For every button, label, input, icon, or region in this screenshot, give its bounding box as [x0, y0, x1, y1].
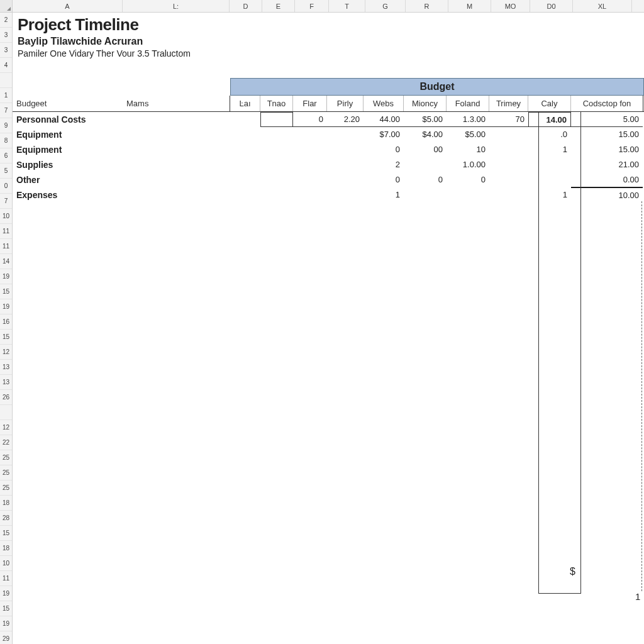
column-header[interactable]: MO — [491, 0, 530, 12]
cell[interactable] — [447, 187, 489, 203]
cell[interactable]: 15.00 — [571, 127, 643, 142]
cell[interactable] — [230, 172, 260, 187]
column-header[interactable]: A — [13, 0, 123, 12]
cell[interactable]: 1 — [364, 187, 404, 203]
row-header[interactable]: 16 — [0, 314, 12, 330]
cell[interactable] — [260, 142, 293, 157]
cell[interactable] — [327, 127, 364, 142]
cell[interactable] — [260, 112, 293, 127]
column-header[interactable]: F — [295, 0, 329, 12]
column-header[interactable]: M — [448, 0, 491, 12]
cell[interactable]: 00 — [404, 142, 447, 157]
cell[interactable]: 10 — [447, 142, 489, 157]
cell[interactable] — [327, 142, 364, 157]
column-header[interactable]: G — [365, 0, 406, 12]
row-header[interactable]: 10 — [0, 556, 12, 571]
cell[interactable]: 1.3.00 — [447, 112, 489, 127]
cell[interactable] — [489, 172, 528, 187]
column-header[interactable]: D — [230, 0, 262, 12]
row-header[interactable]: 29 — [0, 631, 12, 644]
cell[interactable] — [293, 172, 327, 187]
cell[interactable] — [404, 187, 447, 203]
select-all-corner[interactable] — [0, 0, 13, 12]
row-header[interactable]: 25 — [0, 465, 12, 480]
row-header[interactable]: 19 — [0, 269, 12, 284]
row-header[interactable]: 3 — [0, 43, 12, 58]
row-header[interactable]: 15 — [0, 526, 12, 541]
cell[interactable]: 0 — [364, 142, 404, 157]
cell[interactable] — [293, 142, 327, 157]
row-header[interactable]: 22 — [0, 435, 12, 450]
cell[interactable]: 2.20 — [327, 112, 364, 127]
row-header[interactable]: 1 — [0, 88, 12, 103]
row-header[interactable]: 25 — [0, 450, 12, 465]
row-header[interactable]: 14 — [0, 254, 12, 269]
cell[interactable]: 10.00 — [571, 187, 643, 203]
row-header[interactable]: 28 — [0, 511, 12, 526]
cell[interactable] — [489, 142, 528, 157]
cell[interactable] — [404, 157, 447, 172]
column-header[interactable]: XL — [573, 0, 632, 12]
row-header[interactable]: 15 — [0, 330, 12, 345]
row-header[interactable]: 5 — [0, 164, 12, 179]
cell[interactable] — [293, 157, 327, 172]
cell[interactable] — [260, 127, 293, 142]
cell[interactable]: 70 — [489, 112, 528, 127]
cell[interactable] — [327, 157, 364, 172]
row-header[interactable]: 11 — [0, 239, 12, 254]
row-header[interactable]: 18 — [0, 541, 12, 556]
cell[interactable] — [230, 157, 260, 172]
row-header[interactable] — [0, 73, 12, 88]
cell[interactable]: $5.00 — [404, 112, 447, 127]
cell[interactable]: 15.00 — [571, 142, 643, 157]
row-header[interactable]: 6 — [0, 148, 12, 164]
sheet-area[interactable]: Project Timeline Baylip Tilawchide Acrur… — [13, 13, 644, 644]
cell[interactable] — [260, 157, 293, 172]
cell[interactable]: 1.0.00 — [447, 157, 489, 172]
row-header[interactable]: 19 — [0, 299, 12, 314]
row-header[interactable]: 7 — [0, 194, 12, 209]
row-header[interactable]: 26 — [0, 390, 12, 405]
column-header[interactable]: D0 — [530, 0, 573, 12]
row-header[interactable]: 12 — [0, 420, 12, 435]
column-header[interactable]: E — [262, 0, 295, 12]
row-header[interactable]: 2 — [0, 13, 12, 28]
row-header[interactable]: 13 — [0, 360, 12, 375]
row-header[interactable]: 8 — [0, 133, 12, 148]
cell[interactable]: $5.00 — [447, 127, 489, 142]
row-header[interactable]: 11 — [0, 224, 12, 239]
cell[interactable] — [260, 187, 293, 203]
row-header[interactable]: 11 — [0, 571, 12, 586]
row-header[interactable]: 18 — [0, 496, 12, 511]
cell[interactable] — [293, 187, 327, 203]
row-header[interactable]: 15 — [0, 284, 12, 299]
row-header[interactable] — [0, 405, 12, 420]
cell[interactable] — [327, 172, 364, 187]
row-header[interactable]: 13 — [0, 375, 12, 390]
row-header[interactable]: 9 — [0, 118, 12, 133]
row-header[interactable]: 0 — [0, 179, 12, 194]
cell[interactable] — [489, 127, 528, 142]
cell[interactable] — [230, 127, 260, 142]
cell[interactable]: $7.00 — [364, 127, 404, 142]
cell[interactable] — [260, 172, 293, 187]
cell[interactable] — [230, 112, 260, 127]
cell[interactable]: 2 — [364, 157, 404, 172]
row-header[interactable]: 19 — [0, 586, 12, 601]
column-header[interactable]: T — [329, 0, 365, 12]
row-header[interactable]: 4 — [0, 58, 12, 73]
row-header[interactable]: 12 — [0, 345, 12, 360]
row-header[interactable]: 19 — [0, 616, 12, 631]
cell[interactable]: 0 — [447, 172, 489, 187]
cell[interactable] — [230, 187, 260, 203]
cell[interactable]: 0 — [293, 112, 327, 127]
cell[interactable]: 0 — [364, 172, 404, 187]
cell[interactable]: 44.00 — [364, 112, 404, 127]
cell[interactable] — [327, 187, 364, 203]
cell[interactable] — [489, 157, 528, 172]
column-header[interactable]: R — [406, 0, 448, 12]
row-header[interactable]: 7 — [0, 103, 12, 118]
cell[interactable] — [293, 127, 327, 142]
cell[interactable]: 21.00 — [571, 157, 643, 172]
cell[interactable]: $4.00 — [404, 127, 447, 142]
